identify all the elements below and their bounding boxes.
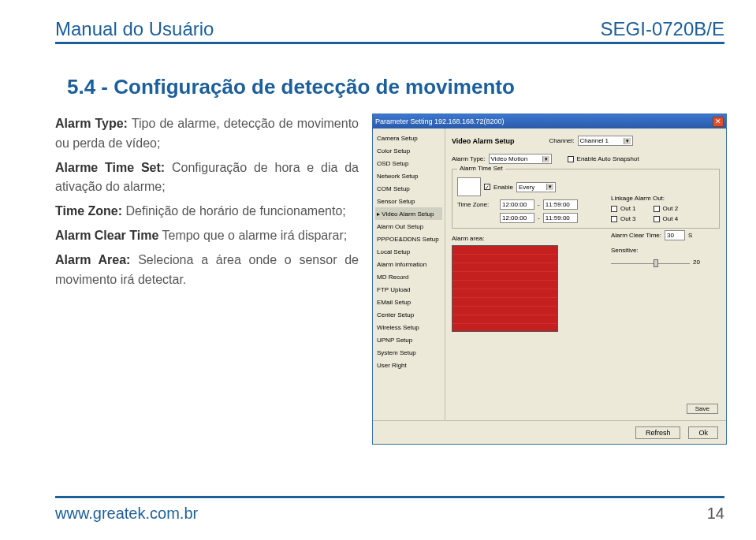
term-alarm-clear-time: Alarm Clear Time bbox=[55, 229, 158, 242]
term-alarm-time-set: Alarme Time Set: bbox=[55, 161, 165, 174]
channel-label: Channel: bbox=[549, 137, 575, 144]
clear-time-label: Alarm Clear Time: bbox=[611, 232, 661, 239]
doc-code: SEGI-0720B/E bbox=[601, 18, 724, 40]
alarm-type-label: Alarm Type: bbox=[452, 155, 486, 162]
alarm-area-label: Alarm area: bbox=[452, 235, 484, 242]
sensitive-slider[interactable] bbox=[611, 260, 690, 266]
timezone-label: Time Zone: bbox=[457, 201, 497, 208]
clear-unit: S bbox=[688, 232, 692, 239]
tz2-from-input[interactable]: 12:00:00 bbox=[500, 213, 534, 223]
clear-time-input[interactable]: 30 bbox=[665, 230, 685, 240]
tz2-to-input[interactable]: 11:59:00 bbox=[543, 213, 578, 223]
ok-button[interactable]: Ok bbox=[688, 426, 718, 439]
out1-checkbox[interactable] bbox=[611, 206, 617, 212]
footer: www.greatek.com.br 14 bbox=[55, 496, 724, 526]
sidebar-item[interactable]: UPNP Setup bbox=[375, 333, 442, 346]
sidebar-item[interactable]: MD Record bbox=[375, 270, 442, 283]
linkage-label: Linkage Alarm Out: bbox=[611, 195, 713, 202]
sidebar-item[interactable]: EMail Setup bbox=[375, 296, 442, 308]
doc-title: Manual do Usuário bbox=[55, 18, 214, 40]
auto-snapshot-label: Enable Auto Snapshot bbox=[577, 155, 639, 162]
out2-checkbox[interactable] bbox=[654, 206, 660, 212]
out3-label: Out 3 bbox=[620, 215, 636, 222]
sidebar-item[interactable]: Camera Setup bbox=[375, 132, 442, 144]
desc-alarm-clear-time: Tempo que o alarme irá disparar; bbox=[158, 229, 347, 242]
sidebar-item[interactable]: PPPOE&DDNS Setup bbox=[375, 233, 442, 245]
dash: - bbox=[538, 214, 540, 222]
sensitive-value: 20 bbox=[693, 259, 700, 266]
body-text: Alarm Type: Tipo de alarme, detecção de … bbox=[55, 114, 359, 294]
sidebar-item[interactable]: System Setup bbox=[375, 346, 442, 359]
sidebar-item[interactable]: Alarm Information bbox=[375, 258, 442, 270]
term-alarm-area: Alarm Area: bbox=[55, 253, 130, 266]
out4-label: Out 4 bbox=[663, 215, 679, 222]
footer-url: www.greatek.com.br bbox=[55, 505, 198, 523]
sidebar-item[interactable]: Wireless Setup bbox=[375, 321, 442, 333]
window-title: Parameter Setting 192.168.168.72(8200) bbox=[375, 117, 505, 125]
sensitive-label: Sensitive: bbox=[611, 247, 639, 254]
tz1-to-input[interactable]: 11:59:00 bbox=[543, 199, 578, 210]
window-titlebar: Parameter Setting 192.168.168.72(8200) ✕ bbox=[373, 114, 726, 128]
settings-panel: Video Alarm Setup Channel: Channel 1▾ Al… bbox=[445, 128, 726, 420]
sidebar-item[interactable]: User Right bbox=[375, 359, 442, 371]
tz1-from-input[interactable]: 12:00:00 bbox=[500, 199, 534, 210]
page-number: 14 bbox=[707, 505, 724, 523]
sidebar-item[interactable]: COM Setup bbox=[375, 182, 442, 195]
enable-checkbox[interactable] bbox=[484, 184, 490, 190]
window-footer: Refresh Ok bbox=[373, 420, 726, 444]
out4-checkbox[interactable] bbox=[654, 216, 660, 222]
sidebar-item[interactable]: Local Setup bbox=[375, 245, 442, 258]
desc-time-zone: Definição de horário de funcionamento; bbox=[122, 204, 346, 218]
sidebar-item[interactable]: OSD Setup bbox=[375, 157, 442, 169]
auto-snapshot-checkbox[interactable] bbox=[568, 156, 574, 162]
term-time-zone: Time Zone: bbox=[55, 204, 122, 218]
sidebar-item[interactable]: Sensor Setup bbox=[375, 195, 442, 207]
sidebar-item[interactable]: Alarm Out Setup bbox=[375, 220, 442, 233]
chevron-down-icon: ▾ bbox=[542, 156, 549, 162]
out1-label: Out 1 bbox=[620, 205, 636, 212]
alarm-area-grid[interactable] bbox=[452, 245, 558, 332]
panel-title: Video Alarm Setup bbox=[452, 137, 515, 145]
close-icon[interactable]: ✕ bbox=[713, 117, 724, 127]
time-set-legend: Alarm Time Set bbox=[457, 165, 505, 172]
settings-window: Parameter Setting 192.168.168.72(8200) ✕… bbox=[372, 114, 727, 445]
calendar-icon[interactable] bbox=[457, 177, 481, 196]
refresh-button[interactable]: Refresh bbox=[635, 426, 681, 439]
sidebar-item[interactable]: Color Setup bbox=[375, 144, 442, 157]
section-heading: 5.4 - Configuração de detecção de movime… bbox=[67, 75, 515, 99]
sidebar-item[interactable]: ▸ Video Alarm Setup bbox=[375, 207, 442, 220]
dash: - bbox=[538, 201, 540, 208]
header: Manual do Usuário SEGI-0720B/E bbox=[55, 13, 724, 44]
out2-label: Out 2 bbox=[663, 205, 679, 212]
save-button[interactable]: Save bbox=[687, 404, 718, 414]
enable-label: Enable bbox=[493, 184, 513, 191]
sidebar-item[interactable]: Center Setup bbox=[375, 308, 442, 321]
sidebar-item[interactable]: Network Setup bbox=[375, 169, 442, 182]
term-alarm-type: Alarm Type: bbox=[55, 117, 128, 130]
channel-select[interactable]: Channel 1▾ bbox=[578, 136, 633, 146]
chevron-down-icon: ▾ bbox=[546, 184, 553, 190]
out3-checkbox[interactable] bbox=[611, 216, 617, 222]
alarm-type-select[interactable]: Video Motion▾ bbox=[489, 154, 552, 164]
interval-select[interactable]: Every▾ bbox=[516, 182, 556, 192]
chevron-down-icon: ▾ bbox=[624, 138, 631, 144]
sidebar-item[interactable]: FTP Upload bbox=[375, 283, 442, 296]
linkage-column: Linkage Alarm Out: Out 1 Out 2 Out 3 Out… bbox=[611, 195, 713, 266]
settings-sidebar: Camera SetupColor SetupOSD SetupNetwork … bbox=[373, 128, 445, 420]
